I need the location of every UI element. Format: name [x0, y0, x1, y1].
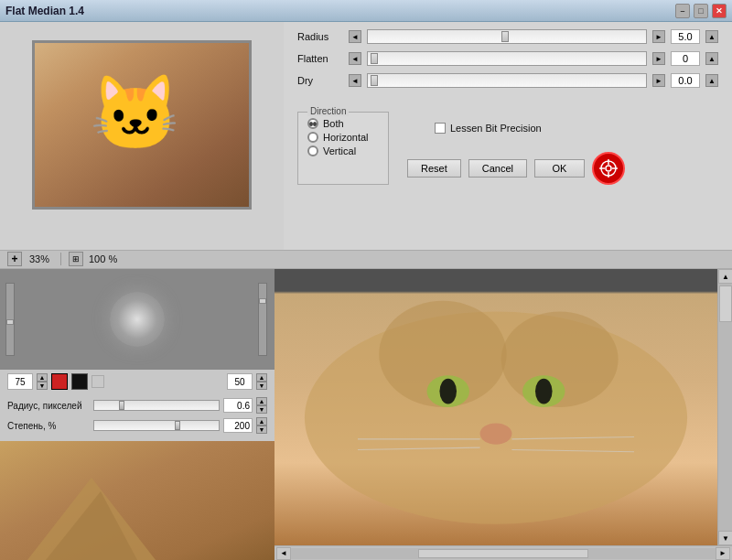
brush-opacity-thumb[interactable] — [259, 298, 266, 304]
brush-size-up[interactable]: ▲ — [37, 373, 48, 382]
canvas-wrapper: ▲ ▼ ◄ ► — [274, 269, 732, 560]
lessen-bit-precision-checkbox[interactable] — [435, 123, 446, 134]
svg-point-16 — [439, 379, 457, 404]
degree-up[interactable]: ▲ — [256, 417, 267, 425]
dry-label: Dry — [297, 75, 343, 86]
crosshair-icon — [598, 158, 619, 178]
brush-size-slider[interactable] — [5, 283, 15, 356]
dry-slider-thumb[interactable] — [371, 75, 378, 86]
left-area: Radius ◄ ► 5.0 ▲ Flatten ◄ ► — [0, 22, 732, 560]
flatten-slider-track[interactable] — [367, 51, 647, 66]
svg-point-13 — [480, 423, 512, 444]
vertical-scrollbar[interactable]: ▲ ▼ — [717, 269, 732, 545]
direction-horizontal-radio[interactable] — [307, 132, 318, 143]
brush-opacity-slider[interactable] — [258, 283, 267, 356]
controls-mid: Direction Both Horizontal — [297, 104, 718, 185]
direction-both-label: Both — [323, 118, 344, 129]
radius-slider-thumb[interactable] — [501, 31, 509, 42]
radius-increase-button[interactable]: ► — [652, 30, 665, 43]
flatten-value-up[interactable]: ▲ — [705, 52, 718, 65]
extra-swatch[interactable] — [92, 375, 104, 388]
brush-size-stepper: ▲ ▼ — [37, 373, 48, 390]
target-icon-button[interactable] — [592, 152, 625, 185]
dry-value-up[interactable]: ▲ — [705, 74, 718, 87]
tool-options: 75 ▲ ▼ 50 ▲ ▼ — [0, 370, 274, 393]
zoom-fit-button[interactable]: ⊞ — [69, 252, 83, 266]
degree-label: Степень, % — [7, 421, 90, 431]
dry-row: Dry ◄ ► 0.0 ▲ — [297, 73, 718, 88]
flatten-value[interactable]: 0 — [671, 51, 700, 66]
foreground-color-swatch[interactable] — [51, 373, 68, 390]
radius-label: Radius — [297, 31, 343, 42]
degree-down[interactable]: ▼ — [256, 425, 267, 434]
degree-value[interactable]: 200 — [223, 418, 253, 433]
radius-pixels-up[interactable]: ▲ — [256, 397, 267, 405]
radius-value[interactable]: 5.0 — [671, 29, 700, 44]
scroll-down-button[interactable]: ▼ — [718, 531, 732, 545]
direction-horizontal-label: Horizontal — [323, 132, 369, 143]
direction-horizontal-row: Horizontal — [307, 132, 379, 143]
scroll-up-button[interactable]: ▲ — [718, 269, 732, 284]
radius-pixels-down[interactable]: ▼ — [256, 405, 267, 414]
radius-pixels-row: Радиус, пикселей 0.6 ▲ ▼ — [7, 397, 267, 414]
minimize-button[interactable]: – — [675, 4, 690, 18]
radius-pixels-thumb[interactable] — [119, 401, 124, 410]
radius-pixels-value[interactable]: 0.6 — [223, 398, 253, 413]
window-title: Flat Median 1.4 — [5, 5, 84, 17]
scroll-thumb[interactable] — [719, 285, 732, 322]
radius-value-up[interactable]: ▲ — [705, 30, 718, 43]
hscroll-thumb[interactable] — [418, 549, 588, 558]
main-canvas[interactable] — [274, 269, 717, 545]
radius-pixels-stepper: ▲ ▼ — [256, 397, 267, 414]
lessen-bit-precision-row: Lessen Bit Precision — [435, 123, 634, 134]
direction-legend: Direction — [307, 106, 349, 116]
hscroll-track[interactable] — [291, 548, 716, 559]
cancel-button[interactable]: Cancel — [468, 159, 527, 178]
degree-slider[interactable] — [93, 420, 220, 431]
dry-increase-button[interactable]: ► — [652, 74, 665, 87]
direction-vertical-radio[interactable] — [307, 145, 318, 156]
cat-canvas-image — [274, 269, 717, 545]
ok-button[interactable]: OK — [534, 159, 585, 178]
direction-both-row: Both — [307, 118, 379, 129]
brush-right-slider — [258, 269, 269, 370]
brush-preview — [0, 269, 274, 370]
bottom-half: 75 ▲ ▼ 50 ▲ ▼ — [0, 269, 732, 560]
brush-opacity-value[interactable]: 50 — [227, 373, 253, 390]
brush-opacity-down[interactable]: ▼ — [256, 382, 267, 390]
scroll-track[interactable] — [718, 284, 732, 531]
brush-left-slider — [5, 269, 16, 370]
flatten-slider-thumb[interactable] — [371, 53, 378, 64]
brush-size-down[interactable]: ▼ — [37, 382, 48, 390]
brush-opacity-up[interactable]: ▲ — [256, 373, 267, 382]
controls-right: Radius ◄ ► 5.0 ▲ Flatten ◄ ► — [284, 22, 732, 250]
direction-both-radio[interactable] — [307, 118, 318, 129]
svg-point-1 — [606, 166, 611, 171]
radius-decrease-button[interactable]: ◄ — [349, 30, 361, 43]
svg-point-17 — [535, 379, 553, 404]
zoom-full-value: 100 % — [89, 253, 117, 264]
degree-thumb[interactable] — [175, 421, 180, 430]
flatten-decrease-button[interactable]: ◄ — [349, 52, 361, 65]
close-button[interactable]: ✕ — [712, 4, 727, 18]
small-preview — [0, 441, 274, 560]
radius-slider-track[interactable] — [367, 29, 647, 44]
flatten-label: Flatten — [297, 53, 343, 64]
dry-value[interactable]: 0.0 — [671, 73, 700, 88]
horizontal-scrollbar[interactable]: ◄ ► — [274, 545, 732, 560]
zoom-separator — [60, 253, 61, 265]
zoom-in-button[interactable]: + — [7, 252, 22, 266]
brush-size-thumb[interactable] — [6, 319, 14, 325]
background-color-swatch[interactable] — [71, 373, 88, 390]
cat-preview-image — [35, 43, 249, 207]
brush-size-value[interactable]: 75 — [7, 373, 33, 390]
scroll-right-button[interactable]: ► — [716, 547, 730, 560]
dry-decrease-button[interactable]: ◄ — [349, 74, 361, 87]
radius-pixels-slider[interactable] — [93, 400, 220, 411]
action-buttons: Reset Cancel OK — [407, 152, 634, 185]
restore-button[interactable]: □ — [694, 4, 708, 18]
scroll-left-button[interactable]: ◄ — [276, 547, 291, 560]
reset-button[interactable]: Reset — [407, 159, 461, 178]
dry-slider-track[interactable] — [367, 73, 647, 88]
flatten-increase-button[interactable]: ► — [652, 52, 665, 65]
